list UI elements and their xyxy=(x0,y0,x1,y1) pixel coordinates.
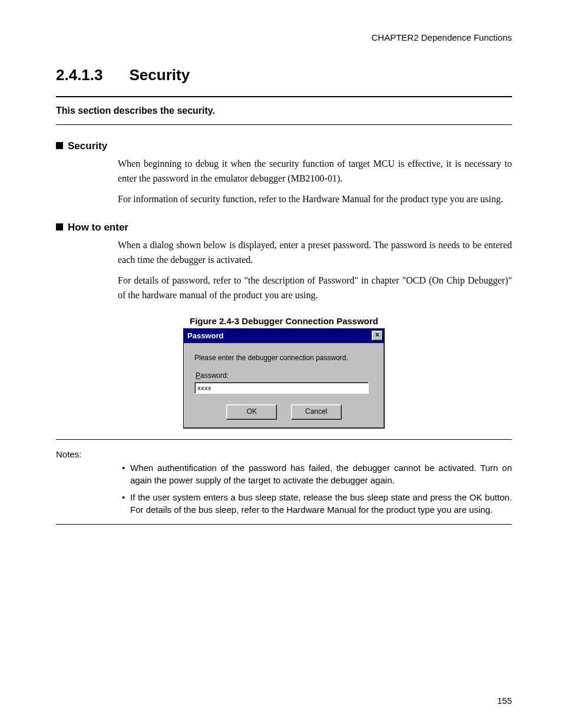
password-input[interactable]: xxxx xyxy=(194,382,369,394)
security-body: When beginning to debug it when the secu… xyxy=(118,157,512,206)
figure-caption: Figure 2.4-3 Debugger Connection Passwor… xyxy=(56,316,512,326)
section-title: Security xyxy=(130,66,190,84)
dialog-body: Please enter the debugger connection pas… xyxy=(184,343,384,428)
password-dialog: Password × Please enter the debugger con… xyxy=(183,328,385,429)
password-label: Password: xyxy=(196,371,375,380)
rule-before-notes xyxy=(56,439,512,440)
dialog-title: Password xyxy=(187,331,223,340)
page: CHAPTER2 Dependence Functions 2.4.1.3Sec… xyxy=(0,0,562,728)
password-label-accel: P xyxy=(196,371,200,380)
subheading-security-text: Security xyxy=(68,140,107,151)
password-label-rest: assword: xyxy=(200,371,229,380)
dialog-button-row: OK Cancel xyxy=(193,404,375,420)
subheading-howto-text: How to enter xyxy=(68,222,128,233)
dialog-wrap: Password × Please enter the debugger con… xyxy=(56,328,512,429)
note-item: If the user system enters a bus sleep st… xyxy=(122,491,512,516)
rule-after-intro xyxy=(56,124,512,125)
subheading-security: Security xyxy=(56,140,512,152)
howto-body: When a dialog shown below is displayed, … xyxy=(118,238,512,302)
notes-label: Notes: xyxy=(56,449,512,459)
cancel-button[interactable]: Cancel xyxy=(291,404,342,420)
note-item: When authentification of the password ha… xyxy=(122,462,512,486)
section-heading: 2.4.1.3Security xyxy=(56,66,512,84)
section-number: 2.4.1.3 xyxy=(56,66,103,84)
dialog-message: Please enter the debugger connection pas… xyxy=(194,354,375,362)
close-button[interactable]: × xyxy=(372,331,383,341)
notes-list: When authentification of the password ha… xyxy=(56,462,512,516)
dialog-titlebar: Password × xyxy=(184,329,384,343)
rule-top xyxy=(56,96,512,97)
subheading-howto: How to enter xyxy=(56,222,512,233)
section-intro: This section describes the security. xyxy=(56,106,512,116)
security-p2: For information of security function, re… xyxy=(118,192,512,207)
square-bullet-icon xyxy=(56,223,63,230)
howto-p2: For details of password, refer to "the d… xyxy=(118,274,512,303)
chapter-header: CHAPTER2 Dependence Functions xyxy=(56,32,512,42)
square-bullet-icon xyxy=(56,142,63,149)
security-p1: When beginning to debug it when the secu… xyxy=(118,157,512,186)
ok-button[interactable]: OK xyxy=(226,404,277,420)
page-number: 155 xyxy=(497,696,512,706)
howto-p1: When a dialog shown below is displayed, … xyxy=(118,238,512,268)
rule-after-notes xyxy=(56,524,512,525)
